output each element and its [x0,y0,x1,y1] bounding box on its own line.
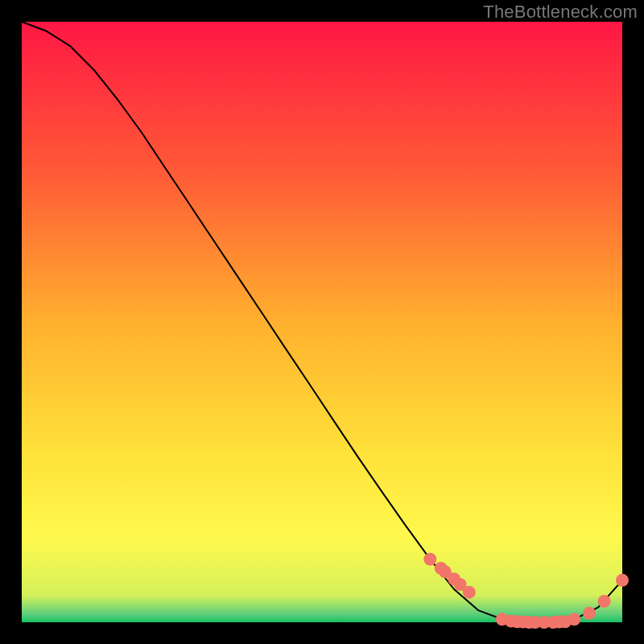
marker-point [616,574,629,587]
marker-point [423,553,436,566]
bottleneck-chart [0,0,644,644]
marker-point [568,613,580,625]
marker-point [598,595,611,608]
marker-point [463,586,476,599]
chart-frame: TheBottleneck.com [0,0,644,644]
marker-point [583,607,596,620]
chart-background [22,22,622,622]
